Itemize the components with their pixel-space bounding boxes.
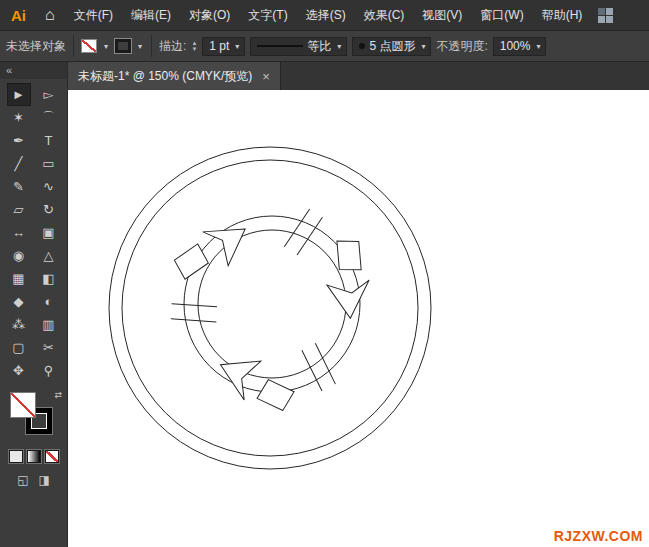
home-icon[interactable]: ⌂ [35,0,65,30]
line-segment-tool[interactable]: ╱ [7,152,31,175]
none-button[interactable] [45,450,59,463]
menu-item-4[interactable]: 选择(S) [297,0,355,30]
free-transform-tool[interactable]: ▣ [37,221,61,244]
menu-item-7[interactable]: 窗口(W) [471,0,532,30]
artboard-tool[interactable]: ▢ [7,336,31,359]
brush-dropdown[interactable]: 5 点圆形 ▾ [352,37,431,56]
type-tool[interactable]: T [37,129,61,152]
menu-item-6[interactable]: 视图(V) [413,0,471,30]
close-tab-icon[interactable]: × [262,69,270,84]
gradient-button[interactable] [27,450,41,463]
document-tab-bar: 未标题-1* @ 150% (CMYK/预览) × [68,62,649,90]
menu-items: 文件(F)编辑(E)对象(O)文字(T)选择(S)效果(C)视图(V)窗口(W)… [65,0,592,30]
perspective-grid-tool[interactable]: △ [37,244,61,267]
document-tab-title: 未标题-1* @ 150% (CMYK/预览) [78,68,252,85]
menu-item-1[interactable]: 编辑(E) [122,0,180,30]
menu-item-2[interactable]: 对象(O) [180,0,239,30]
tick-marks [296,342,341,393]
gradient-tool[interactable]: ◧ [37,267,61,290]
width-tool[interactable]: ↔ [7,221,31,244]
rotate-tool[interactable]: ↻ [37,198,61,221]
slice-tool[interactable]: ✂ [37,336,61,359]
recycle-arrow [317,236,378,322]
screen-mode-icon[interactable]: ◨ [39,473,50,487]
fill-color-swatch[interactable] [81,39,97,53]
draw-mode-icon[interactable]: ◱ [17,473,28,487]
lasso-tool[interactable]: ⌒ [37,106,61,129]
pen-tool[interactable]: ✒ [7,129,31,152]
width-profile-dropdown[interactable]: 等比 ▾ [250,37,347,56]
width-profile-chevron-down-icon[interactable]: ▾ [335,42,343,51]
opacity-chevron-down-icon[interactable]: ▾ [534,42,542,51]
brush-preview-dot [359,43,365,49]
opacity-field[interactable]: 100% ▾ [493,37,547,56]
recycle-arrow [213,351,299,412]
mesh-tool[interactable]: ▦ [7,267,31,290]
paintbrush-tool[interactable]: ✎ [7,175,31,198]
menu-item-8[interactable]: 帮助(H) [533,0,592,30]
illustrator-logo: Ai [6,7,35,24]
rectangle-tool[interactable]: ▭ [37,152,61,175]
fill-swatch-none[interactable] [10,392,36,418]
color-button[interactable] [9,450,23,463]
magic-wand-tool[interactable]: ✶ [7,106,31,129]
column-graph-tool[interactable]: ▥ [37,313,61,336]
stepper-down-icon[interactable]: ▼ [191,46,197,52]
selection-status: 未选择对象 [6,38,66,55]
document-tab[interactable]: 未标题-1* @ 150% (CMYK/预览) × [68,62,281,90]
paint-mode-row [0,450,67,463]
tools-grid: ►▻✶⌒✒T╱▭✎∿▱↻↔▣◉△▦◧◆◐⁂▥▢✂✥⚲ [0,83,67,382]
separator [73,35,74,57]
shape-builder-tool[interactable]: ◉ [7,244,31,267]
illustrator-window: Ai ⌂ 文件(F)编辑(E)对象(O)文字(T)选择(S)效果(C)视图(V)… [0,0,649,547]
zoom-tool[interactable]: ⚲ [37,359,61,382]
recycle-arrow [170,209,255,294]
eraser-tool[interactable]: ▱ [7,198,31,221]
inner-ring-circle [184,216,360,392]
canvas[interactable]: RJZXW.COM [68,90,649,547]
stroke-weight-label: 描边: [159,38,186,55]
selection-tool[interactable]: ► [7,83,31,106]
menu-item-0[interactable]: 文件(F) [65,0,122,30]
brush-chevron-down-icon[interactable]: ▾ [419,42,427,51]
outer-circle [109,147,431,469]
draw-mode-row: ◱◨ [0,473,67,487]
swap-fill-stroke-icon[interactable]: ⇄ [54,390,62,400]
opacity-value: 100% [500,39,531,53]
control-bar: 未选择对象 ▾ ▾ 描边: ▲ ▼ 1 pt ▾ 等比 ▾ 5 点圆形 ▾ 不透… [0,30,649,62]
opacity-label: 不透明度: [436,38,487,55]
blend-tool[interactable]: ◐ [37,290,61,313]
stroke-weight-stepper[interactable]: ▲ ▼ [191,40,197,52]
brush-label: 5 点圆形 [369,38,415,55]
stroke-color-swatch[interactable] [115,39,131,53]
separator [151,35,152,57]
artwork-stamp-drawing [68,90,649,547]
hand-tool[interactable]: ✥ [7,359,31,382]
width-profile-label: 等比 [307,38,331,55]
workspace-switcher-icon[interactable] [598,8,613,23]
stroke-weight-chevron-down-icon[interactable]: ▾ [233,42,241,51]
width-profile-preview [257,45,303,47]
watermark: RJZXW.COM [554,528,643,544]
direct-selection-tool[interactable]: ▻ [37,83,61,106]
fill-chevron-down-icon[interactable]: ▾ [102,42,110,51]
outer-circle [122,160,418,456]
fill-stroke-widget: ⇄ [0,390,67,442]
menu-item-3[interactable]: 文字(T) [239,0,296,30]
menu-item-5[interactable]: 效果(C) [355,0,414,30]
menu-bar: Ai ⌂ 文件(F)编辑(E)对象(O)文字(T)选择(S)效果(C)视图(V)… [0,0,649,30]
shaper-tool[interactable]: ∿ [37,175,61,198]
collapse-panel-button[interactable]: « [0,62,67,79]
stroke-weight-field[interactable]: 1 pt ▾ [202,37,245,56]
symbol-sprayer-tool[interactable]: ⁂ [7,313,31,336]
tick-marks [170,300,219,326]
stroke-weight-value: 1 pt [209,39,229,53]
inner-ring-circle [198,230,346,378]
tools-panel: « ►▻✶⌒✒T╱▭✎∿▱↻↔▣◉△▦◧◆◐⁂▥▢✂✥⚲ ⇄ ◱◨ [0,62,68,547]
eyedropper-tool[interactable]: ◆ [7,290,31,313]
stroke-chevron-down-icon[interactable]: ▾ [136,42,144,51]
